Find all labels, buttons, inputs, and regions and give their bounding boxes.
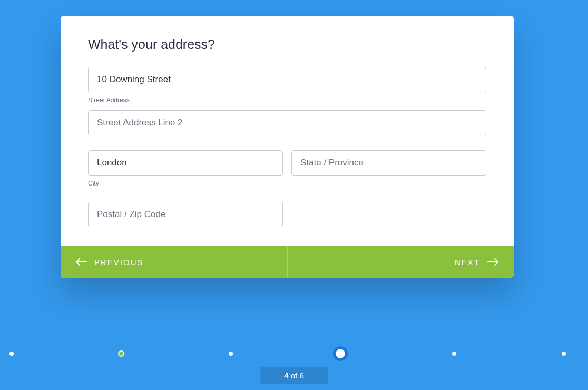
progress-step-6[interactable] <box>562 352 566 356</box>
progress-step-3[interactable] <box>229 352 233 356</box>
form-heading: What's your address? <box>88 37 486 52</box>
state-input[interactable] <box>291 150 486 175</box>
progress-total: 6 <box>299 371 303 380</box>
address-block: Street Address <box>88 67 486 135</box>
previous-button[interactable]: PREVIOUS <box>61 246 288 278</box>
next-label: NEXT <box>455 258 480 267</box>
city-state-block: City <box>88 150 486 227</box>
progress-step-2[interactable] <box>118 350 124 357</box>
progress-label: 4 of 6 <box>260 367 328 384</box>
progress-step-1[interactable] <box>9 352 14 356</box>
street-address-sublabel: Street Address <box>88 96 486 104</box>
form-footer: PREVIOUS NEXT <box>61 246 514 278</box>
progress-line <box>12 354 576 354</box>
next-button[interactable]: NEXT <box>288 246 514 278</box>
previous-label: PREVIOUS <box>94 258 144 267</box>
progress-step-4-current[interactable] <box>333 346 348 361</box>
street-address-2-input[interactable] <box>88 110 486 135</box>
state-field <box>291 150 486 187</box>
progress-step-5[interactable] <box>452 352 456 356</box>
street-address-2-field <box>88 110 486 135</box>
city-field: City <box>88 150 283 187</box>
city-sublabel: City <box>88 180 283 187</box>
form-card: What's your address? Street Address City <box>61 16 514 278</box>
arrow-right-icon <box>487 258 499 266</box>
postal-field <box>88 202 283 227</box>
progress-bar: 4 of 6 <box>0 353 588 374</box>
arrow-left-icon <box>75 258 87 266</box>
progress-of: of <box>289 371 300 380</box>
city-state-row: City <box>88 150 486 187</box>
postal-input[interactable] <box>88 202 283 227</box>
street-address-field: Street Address <box>88 67 486 104</box>
form-body: What's your address? Street Address City <box>61 16 514 246</box>
city-input[interactable] <box>88 150 283 175</box>
street-address-input[interactable] <box>88 67 486 92</box>
